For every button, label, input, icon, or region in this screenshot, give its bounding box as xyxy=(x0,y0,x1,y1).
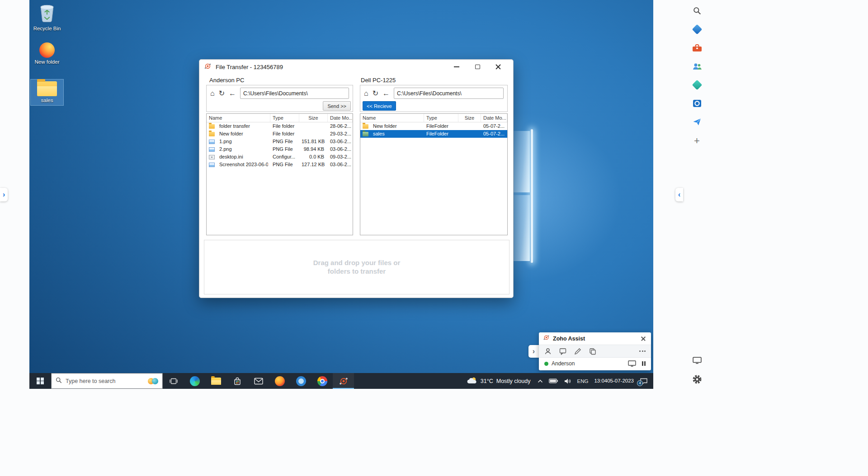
weather-icon xyxy=(467,376,477,386)
remote-desktop: Recycle Bin New folder sales xyxy=(29,0,653,389)
recycle-bin-icon xyxy=(38,4,56,24)
chat-icon[interactable] xyxy=(559,348,566,355)
file-date: 03-06-2... xyxy=(328,145,353,153)
connected-user-name: Anderson xyxy=(552,360,575,367)
file-type-icon xyxy=(209,132,215,136)
file-date: 03-06-2... xyxy=(328,161,353,168)
people-icon[interactable] xyxy=(691,60,703,72)
file-row[interactable]: New folder FileFolder 05-07-2... xyxy=(360,122,507,130)
column-header-type[interactable]: Type xyxy=(424,114,458,122)
file-row[interactable]: 1.png PNG File 151.81 KB 03-06-2... xyxy=(207,138,353,145)
receive-button[interactable]: << Recieve xyxy=(363,101,396,111)
back-icon[interactable]: ← xyxy=(229,90,236,97)
zoho-assist-viewer: Recycle Bin New folder sales xyxy=(0,0,868,476)
chrome-icon[interactable] xyxy=(311,373,333,389)
column-header-size[interactable]: Size xyxy=(299,114,328,122)
gem-icon[interactable] xyxy=(691,79,703,91)
home-icon[interactable]: ⌂ xyxy=(210,90,215,97)
file-row[interactable]: 2.png PNG File 98.94 KB 03-06-2... xyxy=(207,145,353,153)
file-type: File folder xyxy=(270,130,299,138)
file-type: Configur... xyxy=(270,153,299,161)
local-path-input[interactable] xyxy=(240,88,349,99)
action-center-icon[interactable]: 4 xyxy=(640,378,648,385)
language-indicator[interactable]: ENG xyxy=(577,378,588,384)
search-highlight-icon xyxy=(148,378,158,384)
list-header: Name Type Size Date Mo... xyxy=(360,114,507,122)
display-icon[interactable] xyxy=(628,360,636,367)
store-icon[interactable] xyxy=(226,373,248,389)
column-header-date[interactable]: Date Mo... xyxy=(481,114,507,122)
settings-gear-icon[interactable] xyxy=(691,373,703,385)
mail-icon[interactable] xyxy=(248,373,269,389)
right-panel-toggle[interactable]: ‹ xyxy=(675,188,683,201)
annotate-icon[interactable] xyxy=(574,348,581,355)
file-type: FileFolder xyxy=(424,122,458,130)
column-header-size[interactable]: Size xyxy=(458,114,481,122)
file-row[interactable]: New folder File folder 29-03-2... xyxy=(207,130,353,138)
clock[interactable]: 13:04 05-07-2023 xyxy=(594,378,634,384)
file-type-icon xyxy=(209,155,215,159)
toolbox-icon[interactable] xyxy=(691,42,703,54)
add-icon[interactable]: + xyxy=(691,135,703,147)
pause-icon[interactable] xyxy=(642,361,646,366)
file-type: PNG File xyxy=(270,161,299,168)
start-button[interactable] xyxy=(29,373,51,389)
file-type: FileFolder xyxy=(424,130,458,138)
battery-icon[interactable] xyxy=(549,378,558,383)
taskbar-search[interactable]: Type here to search xyxy=(51,373,163,389)
display-icon[interactable] xyxy=(691,354,703,366)
file-row[interactable]: sales FileFolder 05-07-2... xyxy=(360,130,507,138)
file-size xyxy=(458,122,481,130)
search-icon[interactable] xyxy=(691,5,703,17)
title-bar[interactable]: File Transfer - 123456789 xyxy=(199,60,513,74)
refresh-icon[interactable]: ↻ xyxy=(373,90,378,97)
refresh-icon[interactable]: ↻ xyxy=(219,90,225,97)
column-header-name[interactable]: Name xyxy=(360,114,424,122)
folder-icon xyxy=(37,81,57,96)
desktop-icon-sales[interactable]: sales xyxy=(31,79,63,105)
column-header-type[interactable]: Type xyxy=(270,114,299,122)
file-type-icon xyxy=(209,163,215,167)
back-icon[interactable]: ← xyxy=(382,90,390,97)
taskbar: Type here to search xyxy=(29,373,653,389)
desktop-icon-new-folder[interactable]: New folder xyxy=(31,41,63,67)
minimize-button[interactable] xyxy=(446,61,467,73)
close-button[interactable] xyxy=(488,61,509,73)
file-name: 1.png xyxy=(217,138,234,145)
column-header-name[interactable]: Name xyxy=(207,114,270,122)
widget-close-icon[interactable] xyxy=(640,335,647,342)
edge-icon[interactable] xyxy=(184,373,205,389)
file-explorer-icon[interactable] xyxy=(205,373,226,389)
copy-icon[interactable] xyxy=(589,348,596,355)
outlook-icon[interactable] xyxy=(691,97,703,109)
send-button[interactable]: Send >> xyxy=(323,101,351,111)
remote-nav-box: ⌂ ↻ ← << Recieve xyxy=(360,85,508,112)
tray-expand-icon[interactable] xyxy=(538,379,543,383)
zoho-assist-taskbar-icon[interactable] xyxy=(333,373,354,389)
settings-app-icon[interactable] xyxy=(290,373,311,389)
desktop-icon-recycle-bin[interactable]: Recycle Bin xyxy=(31,2,63,33)
search-placeholder: Type here to search xyxy=(66,378,144,384)
zoho-assist-logo-icon xyxy=(543,334,550,343)
file-row[interactable]: desktop.ini Configur... 0.0 KB 09-03-2..… xyxy=(207,153,353,161)
file-row[interactable]: Screenshot 2023-06-03... PNG File 127.12… xyxy=(207,161,353,168)
participants-icon[interactable] xyxy=(544,348,552,355)
drag-drop-zone[interactable]: Drag and drop your files or folders to t… xyxy=(204,240,509,294)
zoho-app-icon[interactable] xyxy=(691,23,703,35)
maximize-button[interactable] xyxy=(467,61,488,73)
volume-icon[interactable] xyxy=(564,378,571,384)
assist-widget-collapse-tab[interactable]: › xyxy=(528,345,539,358)
file-row[interactable]: folder transfer File folder 28-06-2... xyxy=(207,122,353,130)
task-view-button[interactable] xyxy=(163,373,184,389)
remote-path-input[interactable] xyxy=(394,88,504,99)
file-type-icon xyxy=(209,140,215,144)
send-icon[interactable] xyxy=(691,116,703,128)
file-date: 28-06-2... xyxy=(328,122,353,130)
file-date: 05-07-2... xyxy=(481,122,507,130)
firefox-icon[interactable] xyxy=(269,373,290,389)
weather-widget[interactable]: 31°C Mostly cloudy xyxy=(463,376,534,386)
left-panel-toggle[interactable]: › xyxy=(0,188,8,201)
more-options-icon[interactable] xyxy=(639,350,646,352)
column-header-date[interactable]: Date Mo... xyxy=(328,114,353,122)
home-icon[interactable]: ⌂ xyxy=(364,90,368,97)
